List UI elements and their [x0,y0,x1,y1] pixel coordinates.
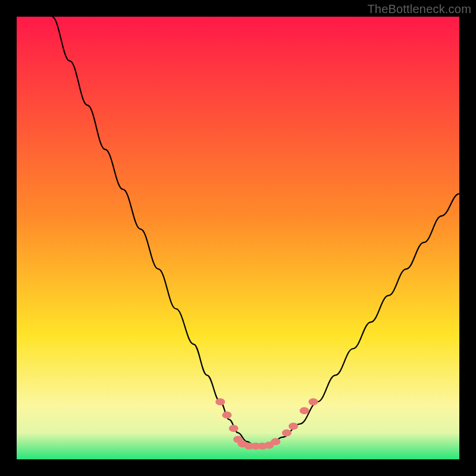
trough-marker [222,412,231,419]
trough-markers [215,398,318,449]
trough-marker [229,425,239,432]
trough-marker [289,422,298,430]
curve-layer [17,17,459,459]
bottleneck-curve [52,17,460,446]
trough-marker [271,438,280,445]
trough-marker [309,398,318,405]
watermark-text: TheBottleneck.com [367,2,471,16]
trough-marker [215,398,225,405]
trough-marker [300,407,309,414]
trough-marker [282,429,292,436]
chart-frame: TheBottleneck.com [0,0,476,476]
